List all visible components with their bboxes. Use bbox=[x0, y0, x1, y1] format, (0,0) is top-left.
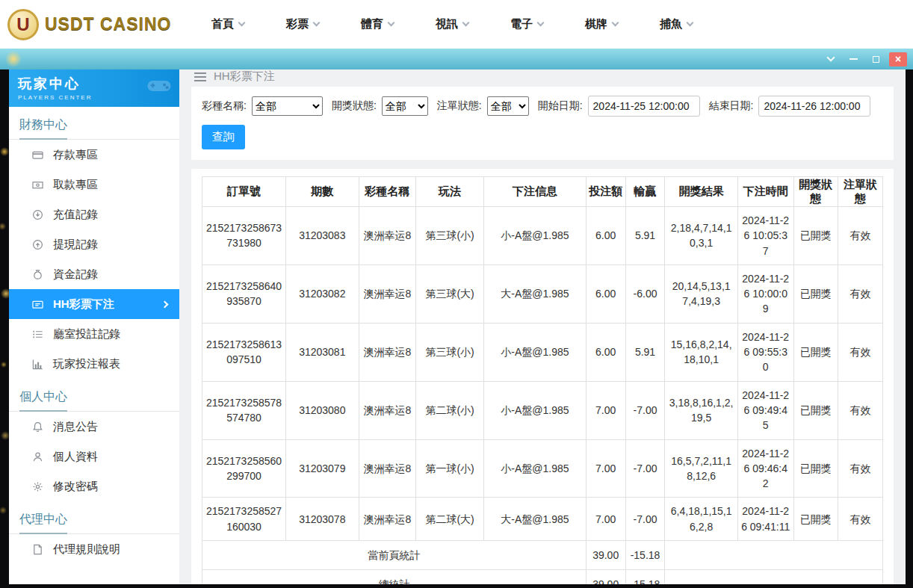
chevron-down-icon bbox=[612, 19, 619, 27]
sidebar-item[interactable]: 廳室投註記錄 bbox=[9, 319, 179, 349]
nav-item-label: 電子 bbox=[510, 17, 533, 31]
sidebar-section-title: 代理中心 bbox=[9, 501, 179, 534]
table-row: 215217325861309751031203081澳洲幸运8第三球(小)小-… bbox=[202, 323, 883, 381]
nav-item-label: 彩票 bbox=[286, 17, 309, 31]
bet-records-table-card: 訂單號期數彩種名稱玩法下注信息投注額輸贏開獎結果下注時間開獎狀態注單狀態 215… bbox=[191, 169, 894, 584]
cell-time: 2024-11-26 09:55:30 bbox=[737, 323, 793, 381]
filter-label: 開始日期: bbox=[538, 99, 583, 113]
column-header: 注單狀態 bbox=[838, 177, 882, 207]
sidebar-header: 玩家中心 PLAYERS CENTER bbox=[9, 69, 179, 107]
sidebar-item[interactable]: 玩家投注報表 bbox=[9, 349, 179, 379]
chevron-down-icon[interactable] bbox=[822, 52, 840, 66]
summary-winloss: -15.18 bbox=[625, 570, 665, 584]
summary-empty bbox=[665, 541, 883, 570]
cell-winloss: -7.00 bbox=[625, 498, 665, 541]
cell-amount: 7.00 bbox=[586, 498, 625, 541]
window-title-bar: × bbox=[0, 49, 913, 69]
cell-time: 2024-11-26 10:05:37 bbox=[737, 207, 793, 265]
filter-label: 注單狀態: bbox=[437, 99, 482, 113]
column-header: 開獎結果 bbox=[665, 177, 737, 207]
nav-item-3[interactable]: 體育 bbox=[361, 17, 394, 31]
logo-text: USDT CASINO bbox=[45, 14, 171, 34]
cell-draw-status: 已開獎 bbox=[793, 323, 838, 381]
bet-records-table: 訂單號期數彩種名稱玩法下注信息投注額輸贏開獎結果下注時間開獎狀態注單狀態 215… bbox=[202, 176, 883, 584]
table-row: 215217325864093587031203082澳洲幸运8第三球(大)大-… bbox=[202, 264, 883, 323]
sidebar-item-label: 取款專區 bbox=[53, 178, 98, 192]
close-icon[interactable]: × bbox=[889, 52, 907, 66]
sidebar-item[interactable]: 個人資料 bbox=[9, 442, 179, 471]
nav-item-4[interactable]: 視訊 bbox=[436, 17, 468, 31]
cell-time: 2024-11-26 09:41:11 bbox=[737, 498, 793, 541]
cell-bet-status: 有效 bbox=[838, 323, 882, 381]
nav-item-label: 捕魚 bbox=[660, 17, 682, 31]
summary-row-page: 當前頁統計39.00-15.18 bbox=[202, 541, 883, 570]
maximize-icon[interactable] bbox=[867, 52, 885, 66]
sidebar-item-label: 玩家投注報表 bbox=[53, 357, 120, 371]
cell-bet-status: 有效 bbox=[838, 264, 882, 323]
sidebar-item[interactable]: 資金記錄 bbox=[9, 259, 179, 289]
cell-bet-status: 有效 bbox=[838, 498, 882, 541]
sidebar-item[interactable]: 取款專區 bbox=[9, 170, 179, 199]
sidebar-item-label: 個人資料 bbox=[53, 450, 98, 464]
sidebar-item[interactable]: 代理規則說明 bbox=[9, 534, 179, 564]
chevron-right-icon bbox=[161, 300, 169, 308]
cell-lottery: 澳洲幸运8 bbox=[359, 323, 416, 381]
search-button[interactable]: 查詢 bbox=[202, 125, 245, 149]
cell-bet-info: 小-A盤@1.985 bbox=[484, 323, 587, 381]
cell-amount: 7.00 bbox=[586, 381, 625, 439]
cell-lottery: 澳洲幸运8 bbox=[359, 381, 416, 439]
sidebar-item-label: 存款專區 bbox=[53, 148, 98, 162]
sidebar-section-title: 財務中心 bbox=[9, 107, 179, 140]
summary-amount: 39.00 bbox=[586, 570, 625, 584]
sidebar-item[interactable]: 修改密碼 bbox=[9, 471, 179, 501]
cell-bet-status: 有效 bbox=[838, 439, 882, 498]
sidebar-menu: 財務中心存款專區取款專區充值記錄提現記錄資金記錄HH彩票下注廳室投註記錄玩家投注… bbox=[9, 107, 179, 564]
start-date-input[interactable] bbox=[588, 96, 700, 117]
cell-lottery: 澳洲幸运8 bbox=[359, 264, 416, 323]
breadcrumb: HH彩票下注 bbox=[179, 69, 906, 84]
minimize-icon[interactable] bbox=[844, 52, 862, 66]
cell-bet-info: 大-A盤@1.985 bbox=[484, 498, 587, 541]
cell-play: 第三球(大) bbox=[416, 264, 484, 323]
bet-status-select[interactable]: 全部 bbox=[487, 96, 529, 116]
column-header: 開獎狀態 bbox=[793, 177, 838, 207]
draw-status-select[interactable]: 全部 bbox=[382, 96, 428, 116]
sidebar-item[interactable]: 存款專區 bbox=[9, 140, 179, 170]
cell-draw-status: 已開獎 bbox=[793, 439, 838, 498]
table-row: 215217325856029970031203079澳洲幸运8第一球(小)小-… bbox=[202, 439, 883, 498]
summary-empty bbox=[665, 570, 883, 584]
cell-amount: 7.00 bbox=[586, 439, 625, 498]
cell-result: 15,16,8,2,14,18,10,1 bbox=[665, 323, 737, 381]
cell-time: 2024-11-26 10:00:09 bbox=[737, 264, 793, 323]
nav-item-1[interactable]: 首頁 bbox=[211, 17, 244, 31]
column-header: 期數 bbox=[286, 177, 359, 207]
cell-result: 20,14,5,13,17,4,19,3 bbox=[665, 264, 737, 323]
sidebar-section-title: 個人中心 bbox=[9, 379, 179, 412]
cell-winloss: -7.00 bbox=[625, 439, 665, 498]
cell-winloss: 5.91 bbox=[625, 323, 665, 381]
column-header: 投注額 bbox=[586, 177, 625, 207]
nav-item-label: 首頁 bbox=[211, 17, 234, 31]
cell-period: 31203080 bbox=[286, 381, 359, 439]
sidebar-section-label: 個人中心 bbox=[19, 389, 67, 412]
cell-order: 2152173258578574780 bbox=[202, 381, 286, 439]
end-date-input[interactable] bbox=[758, 96, 870, 117]
sidebar-item[interactable]: HH彩票下注 bbox=[9, 289, 179, 319]
menu-icon[interactable] bbox=[194, 72, 206, 81]
cell-bet-status: 有效 bbox=[838, 381, 882, 439]
gamepad-icon bbox=[146, 78, 172, 96]
nav-item-7[interactable]: 捕魚 bbox=[660, 17, 693, 31]
cell-winloss: 5.91 bbox=[625, 207, 665, 265]
cell-period: 31203083 bbox=[286, 207, 359, 265]
lottery-name-select[interactable]: 全部 bbox=[252, 96, 323, 116]
nav-item-2[interactable]: 彩票 bbox=[286, 17, 319, 31]
table-body: 215217325867373198031203083澳洲幸运8第三球(小)小-… bbox=[202, 207, 883, 585]
nav-item-6[interactable]: 棋牌 bbox=[585, 17, 618, 31]
main-nav: 首頁彩票體育視訊電子棋牌捕魚 bbox=[191, 17, 913, 31]
nav-item-5[interactable]: 電子 bbox=[510, 17, 543, 31]
deposit-card-icon bbox=[31, 149, 43, 161]
cell-time: 2024-11-26 09:46:42 bbox=[737, 439, 793, 498]
sidebar-item[interactable]: 提現記錄 bbox=[9, 229, 179, 259]
sidebar-item[interactable]: 消息公告 bbox=[9, 412, 179, 442]
sidebar-item[interactable]: 充值記錄 bbox=[9, 199, 179, 229]
